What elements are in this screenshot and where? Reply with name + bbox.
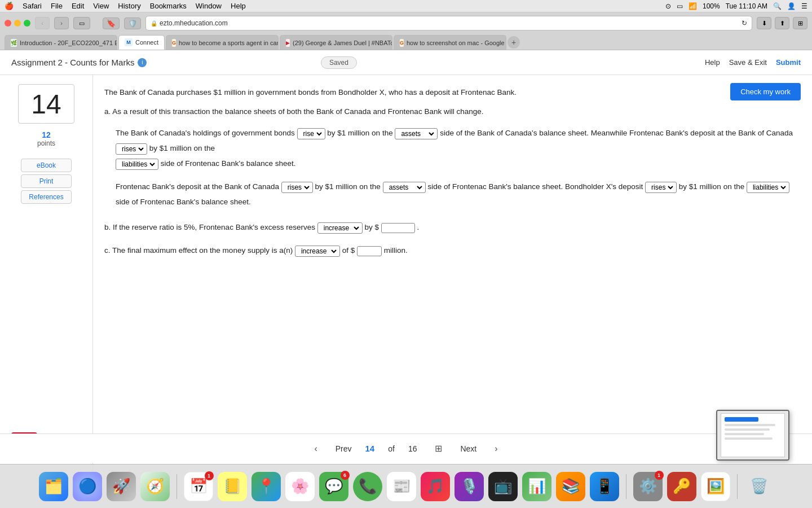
- dock-keychain[interactable]: 🔑: [667, 472, 696, 501]
- menu-window[interactable]: Window: [196, 2, 222, 10]
- dropdown6-container[interactable]: assets liabilities: [383, 182, 426, 193]
- dropdown4[interactable]: liabilities assets: [120, 160, 157, 169]
- dropdown1[interactable]: rise fall: [301, 129, 324, 138]
- menu-view[interactable]: View: [93, 2, 109, 10]
- info-icon[interactable]: i: [138, 58, 147, 67]
- dropdown7[interactable]: rises falls: [649, 183, 675, 192]
- minimize-window-button[interactable]: [14, 20, 21, 27]
- sentence1-post: side of the Bank of Canada's balance she…: [440, 129, 793, 137]
- print-button[interactable]: Print: [21, 174, 72, 188]
- address-bar[interactable]: 🔒 ezto.mheducation.com ↻: [145, 16, 752, 30]
- dock-launchpad[interactable]: 🚀: [107, 472, 136, 501]
- maximize-window-button[interactable]: [24, 20, 30, 27]
- input-b-value[interactable]: [381, 223, 415, 233]
- tab-0[interactable]: 🌿 Introduction - 20F_ECO2200_471 Econo..…: [5, 35, 117, 50]
- app-header: Assignment 2 - Counts for Marks i Saved …: [0, 50, 812, 75]
- tab-1[interactable]: M Connect: [118, 35, 165, 50]
- menu-file[interactable]: File: [51, 2, 63, 10]
- dropdown2[interactable]: assets liabilities: [399, 129, 436, 138]
- dropdown9[interactable]: increase decrease: [321, 224, 361, 233]
- apple-menu[interactable]: 🍎: [5, 2, 14, 10]
- dock-news[interactable]: 📰: [387, 472, 416, 501]
- saved-badge: Saved: [321, 56, 357, 69]
- dock-numbers[interactable]: 📊: [522, 472, 551, 501]
- share-button[interactable]: ⬆: [775, 17, 789, 29]
- dock-messages[interactable]: 💬 6: [319, 472, 348, 501]
- question-number: 14: [31, 89, 61, 120]
- dropdown8[interactable]: liabilities assets: [751, 183, 788, 192]
- tab-2[interactable]: G how to become a sports agent in canad.…: [166, 35, 279, 50]
- dock-calendar[interactable]: 📅 1: [184, 472, 213, 501]
- submit-button[interactable]: Submit: [776, 58, 801, 67]
- dropdown3[interactable]: rises falls: [120, 144, 145, 154]
- dock-facetime[interactable]: 📞: [353, 472, 382, 501]
- grid-view-button[interactable]: ⊞: [430, 441, 447, 456]
- dropdown10[interactable]: increase decrease: [299, 247, 338, 256]
- dropdown3-container[interactable]: rises falls: [116, 143, 147, 155]
- dock-photos[interactable]: 🌸: [285, 472, 315, 501]
- input-c-value[interactable]: [357, 246, 382, 256]
- menu-history[interactable]: History: [118, 2, 140, 10]
- part-b-mid: by $: [365, 223, 379, 231]
- tab-4[interactable]: G how to screenshot on mac - Google Se..…: [394, 35, 506, 50]
- menu-safari[interactable]: Safari: [23, 2, 42, 10]
- dropdown6[interactable]: assets liabilities: [387, 183, 424, 192]
- sentence1-post2: by $1 million on the: [149, 144, 215, 152]
- save-exit-button[interactable]: Save & Exit: [729, 58, 767, 67]
- ebook-button[interactable]: eBook: [21, 159, 72, 172]
- tab-favicon-2: G: [172, 39, 176, 47]
- dropdown4-container[interactable]: liabilities assets: [116, 159, 158, 170]
- close-window-button[interactable]: [5, 20, 11, 27]
- prev-button[interactable]: ‹: [310, 441, 321, 456]
- dock-maps[interactable]: 📍: [251, 472, 281, 501]
- dock-appstore[interactable]: 📱: [590, 472, 619, 501]
- dock-music[interactable]: 🎵: [421, 472, 450, 501]
- dropdown5[interactable]: rises falls: [285, 183, 311, 192]
- dropdown10-container[interactable]: increase decrease: [295, 246, 340, 257]
- dock-appletv[interactable]: 📺: [488, 472, 518, 501]
- tab-3[interactable]: ▶ (29) George & James Duel | #NBAToget..…: [280, 35, 392, 50]
- dropdown9-container[interactable]: increase decrease: [317, 222, 363, 234]
- dock-podcasts[interactable]: 🎙️: [454, 472, 484, 501]
- points-label: points: [37, 139, 55, 147]
- dock: 🗂️ 🔵 🚀 🧭 📅 1 📒 📍 🌸 💬 6 📞 📰 🎵 🎙️ 📺 �: [0, 464, 812, 508]
- new-tab-add-button[interactable]: +: [508, 36, 520, 49]
- dock-systemprefs[interactable]: ⚙️ 1: [633, 472, 663, 501]
- tab-label-2: how to become a sports agent in canad...: [179, 40, 279, 46]
- sidebar-toggle-button[interactable]: ▭: [73, 17, 90, 29]
- dock-finder[interactable]: 🗂️: [39, 472, 68, 501]
- dock-separator-1: [176, 474, 177, 499]
- new-tab-button[interactable]: ⊞: [793, 17, 807, 29]
- dropdown2-container[interactable]: assets liabilities: [395, 128, 438, 139]
- part-c-label: c.: [104, 246, 111, 255]
- next-label[interactable]: Next: [460, 444, 476, 453]
- dock-trash[interactable]: 🗑️: [744, 472, 774, 501]
- browser-toolbar: ‹ › ▭ 🔖 🛡️ 🔒 ezto.mheducation.com ↻ ⬇ ⬆ …: [5, 16, 807, 30]
- reload-button[interactable]: ↻: [742, 19, 747, 27]
- dropdown5-container[interactable]: rises falls: [281, 182, 313, 193]
- dropdown7-container[interactable]: rises falls: [645, 182, 677, 193]
- part-b: b. If the reserve ratio is 5%, Frontenac…: [104, 220, 795, 235]
- menu-help[interactable]: Help: [231, 2, 246, 10]
- back-button[interactable]: ‹: [35, 17, 50, 29]
- dropdown1-container[interactable]: rise fall: [297, 128, 325, 139]
- menu-edit[interactable]: Edit: [72, 2, 84, 10]
- dock-siri[interactable]: 🔵: [73, 472, 102, 501]
- menu-bookmarks[interactable]: Bookmarks: [150, 2, 187, 10]
- download-button[interactable]: ⬇: [757, 17, 771, 29]
- dock-books[interactable]: 📚: [556, 472, 585, 501]
- check-my-work-button[interactable]: Check my work: [730, 83, 801, 100]
- dock-preview[interactable]: 🖼️: [701, 472, 730, 501]
- dropdown8-container[interactable]: liabilities assets: [747, 182, 789, 193]
- dock-notes[interactable]: 📒: [218, 472, 247, 501]
- forward-button[interactable]: ›: [54, 17, 69, 29]
- search-icon[interactable]: 🔍: [773, 2, 782, 10]
- prev-label[interactable]: Prev: [336, 444, 352, 453]
- tab-favicon-4: G: [400, 39, 404, 47]
- main-content: 14 12 points eBook Print References The …: [0, 75, 812, 480]
- next-button[interactable]: ›: [490, 441, 502, 456]
- dock-safari[interactable]: 🧭: [140, 472, 170, 501]
- references-button[interactable]: References: [21, 190, 72, 204]
- user-avatar[interactable]: 👤: [787, 2, 796, 10]
- help-button[interactable]: Help: [705, 58, 720, 67]
